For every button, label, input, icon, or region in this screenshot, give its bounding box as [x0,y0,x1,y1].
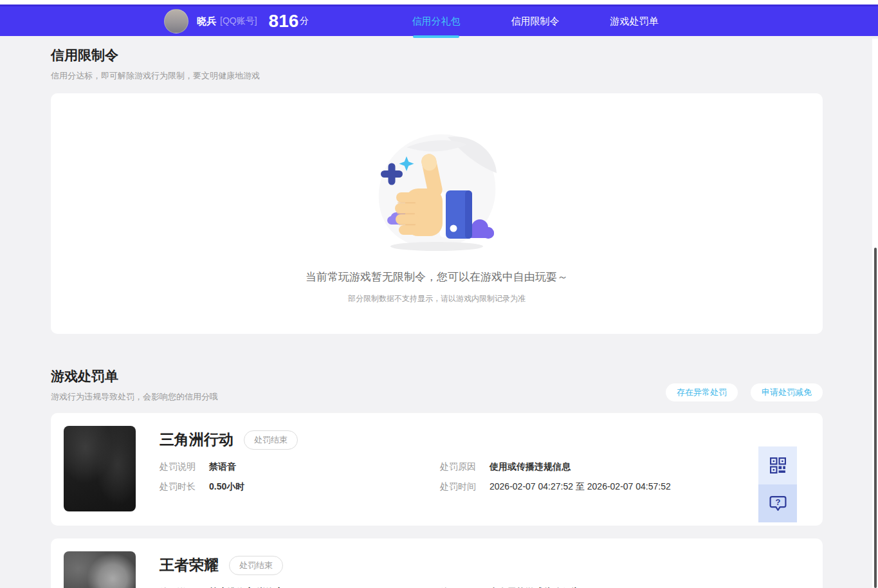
scrollbar-track[interactable] [872,39,878,588]
penalty-section-head: 游戏处罚单 游戏行为违规导致处罚，会影响您的信用分哦 存在异常处罚 申请处罚减免 [51,367,823,403]
user-block: 晓兵 [QQ账号] 816 分 [164,6,309,36]
tab-game-penalty-label: 游戏处罚单 [610,15,659,26]
field-value: 禁语音 [209,461,236,473]
penalty-relief-button[interactable]: 申请处罚减免 [751,383,823,401]
field-label: 处罚时间 [440,481,477,493]
penalty-card-delta-force: 三角洲行动 处罚结束 处罚说明 禁语音 处罚原因 使用或传播违规信息 处罚时长 … [51,413,823,526]
penalty-card-honor-of-kings: 王者荣耀 处罚结束 处罚说明 禁止排位赛,巅峰赛 处罚原因 存在干扰游戏体验行为 [51,538,823,588]
restriction-empty-card: 当前常玩游戏暂无限制令，您可以在游戏中自由玩耍～ 部分限制数据不支持显示，请以游… [51,93,823,334]
field-penalty-reason: 处罚原因 使用或传播违规信息 [440,461,810,473]
header-bar: 晓兵 [QQ账号] 816 分 信用分礼包 信用限制令 游戏处罚单 [0,5,878,36]
tab-credit-gift-label: 信用分礼包 [412,15,461,26]
field-penalty-time: 处罚时间 2026-02-07 04:27:52 至 2026-02-07 04… [440,481,810,493]
scrollbar-thumb[interactable] [874,248,877,588]
help-bubble-icon: ? [769,495,787,512]
tab-game-penalty[interactable]: 游戏处罚单 [585,6,684,36]
penalty-section-title: 游戏处罚单 [51,367,823,385]
credit-score: 816 [269,12,299,30]
empty-state-main-text: 当前常玩游戏暂无限制令，您可以在游戏中自由玩耍～ [306,270,568,284]
restriction-section-title: 信用限制令 [51,46,823,64]
penalty-fields: 处罚说明 禁语音 处罚原因 使用或传播违规信息 处罚时长 0.50小时 处罚时间… [160,461,810,493]
account-type-label: [QQ账号] [220,15,257,27]
penalty-card-body: 王者荣耀 处罚结束 处罚说明 禁止排位赛,巅峰赛 处罚原因 存在干扰游戏体验行为 [160,551,810,588]
svg-text:?: ? [775,497,780,507]
penalty-head-buttons: 存在异常处罚 申请处罚减免 [666,383,823,401]
status-badge: 处罚结束 [229,556,283,575]
empty-state-sub-text: 部分限制数据不支持显示，请以游戏内限制记录为准 [348,293,526,304]
thumbs-up-illustration-icon [369,131,504,254]
user-name: 晓兵 [197,15,216,28]
restriction-section-head: 信用限制令 信用分达标，即可解除游戏行为限制，要文明健康地游戏 [51,46,823,82]
qr-code-button[interactable] [758,446,797,484]
field-value: 使用或传播违规信息 [489,461,571,473]
user-avatar [164,9,188,33]
tab-credit-gift[interactable]: 信用分礼包 [387,6,486,36]
active-tab-underline [413,35,459,38]
status-badge: 处罚结束 [244,430,298,450]
field-label: 处罚时长 [160,481,196,493]
penalty-card-body: 三角洲行动 处罚结束 处罚说明 禁语音 处罚原因 使用或传播违规信息 处罚时长 … [160,426,810,513]
game-thumbnail-honor-of-kings [64,551,136,588]
game-title: 王者荣耀 [160,555,219,575]
restriction-section-subtitle: 信用分达标，即可解除游戏行为限制，要文明健康地游戏 [51,70,823,82]
tab-credit-restriction[interactable]: 信用限制令 [486,6,585,36]
field-label: 处罚原因 [440,461,477,473]
field-penalty-description: 处罚说明 禁语音 [160,461,440,473]
field-label: 处罚说明 [160,461,196,473]
card-action-icons: ? [758,446,797,522]
tab-credit-restriction-label: 信用限制令 [511,15,560,26]
qr-code-icon [769,457,787,474]
credit-score-unit: 分 [300,15,309,27]
help-bubble-button[interactable]: ? [758,484,797,522]
top-strip [0,0,878,5]
game-thumbnail-delta-force [64,426,136,511]
field-value: 0.50小时 [209,481,244,493]
field-penalty-duration: 处罚时长 0.50小时 [160,481,440,493]
game-title: 三角洲行动 [160,430,233,450]
abnormal-penalty-button[interactable]: 存在异常处罚 [666,383,738,401]
header-tabs: 信用分礼包 信用限制令 游戏处罚单 [387,6,684,36]
field-value: 2026-02-07 04:27:52 至 2026-02-07 04:57:5… [489,481,671,493]
